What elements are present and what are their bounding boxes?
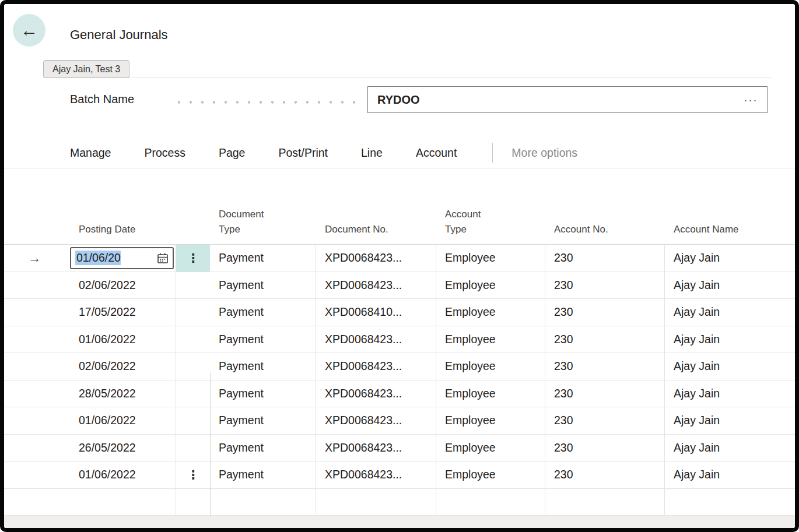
menu-item-account[interactable]: Account xyxy=(416,146,457,160)
row-menu-button[interactable]: ⋮ xyxy=(176,461,210,488)
cell-document-no[interactable]: XPD0068410... xyxy=(316,299,436,326)
cell-account-type[interactable]: Employee xyxy=(436,299,545,326)
cell-document-type[interactable]: Payment xyxy=(210,299,316,326)
cell-posting-date[interactable]: 02/06/2022 xyxy=(65,353,176,380)
cell-account-type[interactable]: Employee xyxy=(436,353,545,380)
cell-document-no[interactable]: XPD0068423... xyxy=(316,461,436,488)
cell-account-type[interactable]: Employee xyxy=(436,435,545,461)
cell-account-name[interactable]: Ajay Jain xyxy=(665,353,795,380)
cell-account-type[interactable]: Employee xyxy=(436,407,545,434)
cell-account-type[interactable] xyxy=(436,489,545,516)
menu-item-process[interactable]: Process xyxy=(144,146,185,160)
cell-document-type[interactable]: Payment xyxy=(210,353,316,380)
menu-item-manage[interactable]: Manage xyxy=(70,146,111,160)
cell-document-no[interactable]: XPD0068423... xyxy=(316,326,436,353)
row-menu-button[interactable] xyxy=(176,407,210,434)
cell-document-type[interactable]: Payment xyxy=(210,245,316,272)
cell-document-no[interactable]: XPD0068423... xyxy=(316,272,436,299)
cell-document-type[interactable]: Payment xyxy=(210,272,316,299)
table-row[interactable]: 01/06/2022 Payment XPD0068423... Employe… xyxy=(4,407,795,435)
cell-posting-date[interactable]: 26/05/2022 xyxy=(65,435,176,461)
cell-document-no[interactable]: XPD0068423... xyxy=(316,380,436,407)
assist-edit-button[interactable]: ··· xyxy=(744,93,758,107)
column-header-document-type[interactable]: Document Type xyxy=(210,186,316,244)
cell-account-name[interactable]: Ajay Jain xyxy=(665,272,795,299)
cell-posting-date[interactable]: 17/05/2022 xyxy=(65,299,176,326)
cell-account-name[interactable]: Ajay Jain xyxy=(665,461,795,488)
journal-rows: → 01/06/20 xyxy=(4,245,795,516)
column-header-account-no[interactable]: Account No. xyxy=(545,186,665,244)
cell-posting-date[interactable]: 28/05/2022 xyxy=(65,380,176,407)
column-header-posting-date[interactable]: Posting Date xyxy=(65,186,176,244)
cell-account-no[interactable]: 230 xyxy=(545,245,665,272)
cell-account-no[interactable]: 230 xyxy=(545,326,665,353)
cell-account-no[interactable]: 230 xyxy=(545,407,665,434)
batch-name-field[interactable]: RYDOO ··· xyxy=(367,86,768,113)
row-menu-button[interactable] xyxy=(176,353,210,380)
cell-account-type[interactable]: Employee xyxy=(436,326,545,353)
more-options-button[interactable]: More options xyxy=(511,146,577,160)
cell-document-type[interactable] xyxy=(210,489,316,516)
table-row[interactable]: 01/06/2022 ⋮ Payment XPD0068423... Emplo… xyxy=(4,461,795,489)
table-row[interactable]: 01/06/2022 Payment XPD0068423... Employe… xyxy=(4,326,795,354)
back-button[interactable]: ← xyxy=(13,14,45,47)
cell-document-type[interactable]: Payment xyxy=(210,407,316,434)
posting-date-input[interactable]: 01/06/20 xyxy=(70,247,174,269)
row-menu-button[interactable] xyxy=(176,380,210,407)
cell-document-no[interactable] xyxy=(316,489,436,516)
row-menu-button[interactable]: ⋮ xyxy=(176,245,210,272)
cell-account-no[interactable]: 230 xyxy=(545,461,665,488)
menu-item-post-print[interactable]: Post/Print xyxy=(278,146,328,160)
cell-document-no[interactable]: XPD0068423... xyxy=(316,435,436,461)
cell-document-type[interactable]: Payment xyxy=(210,461,316,488)
cell-account-name[interactable]: Ajay Jain xyxy=(665,245,795,272)
row-menu-button[interactable] xyxy=(176,326,210,353)
cell-account-type[interactable]: Employee xyxy=(436,272,545,299)
menu-item-line[interactable]: Line xyxy=(361,146,383,160)
cell-account-type[interactable]: Employee xyxy=(436,245,545,272)
table-row[interactable]: 26/05/2022 Payment XPD0068423... Employe… xyxy=(4,435,795,462)
column-header-document-no[interactable]: Document No. xyxy=(316,186,436,244)
cell-posting-date[interactable]: 01/06/2022 xyxy=(65,461,176,488)
cell-account-name[interactable]: Ajay Jain xyxy=(665,380,795,407)
table-row[interactable]: 02/06/2022 Payment XPD0068423... Employe… xyxy=(4,353,795,380)
cell-posting-date[interactable]: 01/06/20 xyxy=(65,245,176,272)
row-menu-button[interactable] xyxy=(176,435,210,461)
cell-account-no[interactable]: 230 xyxy=(545,435,665,461)
table-row[interactable]: 17/05/2022 Payment XPD0068410... Employe… xyxy=(4,299,795,326)
cell-account-name[interactable]: Ajay Jain xyxy=(665,299,795,326)
table-row-active[interactable]: → 01/06/20 xyxy=(4,245,795,272)
cell-posting-date[interactable]: 01/06/2022 xyxy=(65,407,176,434)
menu-item-page[interactable]: Page xyxy=(219,146,246,160)
cell-account-name[interactable]: Ajay Jain xyxy=(665,407,795,434)
cell-document-no[interactable]: XPD0068423... xyxy=(316,407,436,434)
column-header-account-name[interactable]: Account Name xyxy=(665,186,795,244)
cell-document-no[interactable]: XPD0068423... xyxy=(316,353,436,380)
cell-posting-date[interactable] xyxy=(65,489,176,516)
table-row[interactable] xyxy=(4,489,795,516)
cell-account-no[interactable] xyxy=(545,489,665,516)
cell-account-type[interactable]: Employee xyxy=(436,461,545,488)
cell-document-type[interactable]: Payment xyxy=(210,435,316,461)
cell-document-type[interactable]: Payment xyxy=(210,380,316,407)
cell-account-type[interactable]: Employee xyxy=(436,380,545,407)
cell-document-no[interactable]: XPD0068423... xyxy=(316,245,436,272)
cell-posting-date[interactable]: 01/06/2022 xyxy=(65,326,176,353)
cell-account-name[interactable]: Ajay Jain xyxy=(665,435,795,461)
table-row[interactable]: 28/05/2022 Payment XPD0068423... Employe… xyxy=(4,380,795,408)
table-row[interactable]: 02/06/2022 Payment XPD0068423... Employe… xyxy=(4,272,795,300)
cell-account-no[interactable]: 230 xyxy=(545,380,665,407)
cell-posting-date[interactable]: 02/06/2022 xyxy=(65,272,176,299)
row-selector-cell xyxy=(4,299,65,326)
column-header-account-type[interactable]: Account Type xyxy=(436,186,545,244)
cell-account-no[interactable]: 230 xyxy=(545,299,665,326)
cell-account-name[interactable] xyxy=(665,489,795,516)
cell-document-type[interactable]: Payment xyxy=(210,326,316,353)
row-menu-button[interactable] xyxy=(176,299,210,326)
cell-account-no[interactable]: 230 xyxy=(545,272,665,299)
row-menu-button[interactable] xyxy=(176,489,210,516)
row-menu-button[interactable] xyxy=(176,272,210,299)
calendar-icon[interactable] xyxy=(157,252,169,264)
cell-account-name[interactable]: Ajay Jain xyxy=(665,326,795,353)
cell-account-no[interactable]: 230 xyxy=(545,353,665,380)
